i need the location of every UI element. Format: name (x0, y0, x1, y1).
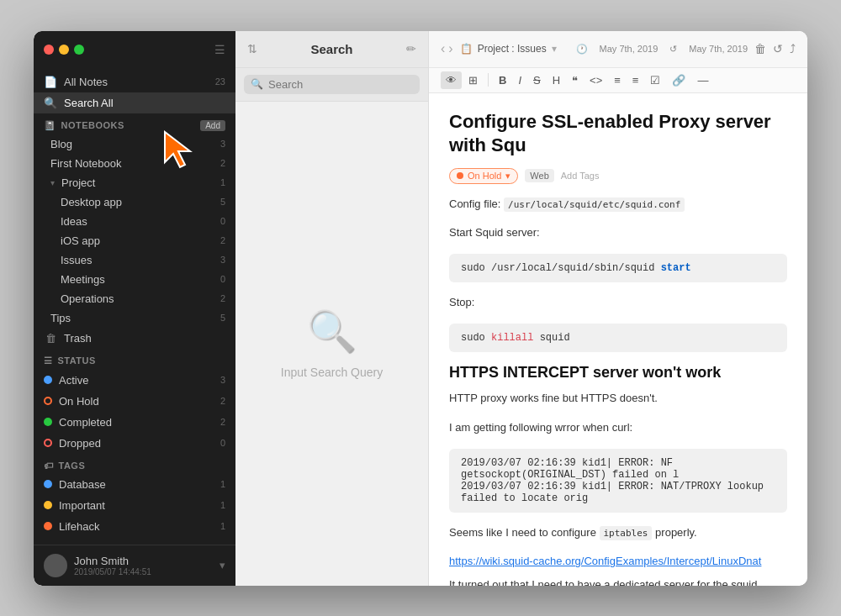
add-notebook-button[interactable]: Add (200, 120, 225, 131)
conclusion-text: It turned out that I need to have a dedi… (449, 577, 787, 585)
sidebar-item-all-notes[interactable]: 📄 All Notes 23 (34, 71, 235, 92)
active-status-dot (44, 376, 52, 384)
web-tag-badge[interactable]: Web (525, 169, 553, 182)
search-empty-text: Input Search Query (281, 366, 383, 379)
bold-button[interactable]: B (494, 71, 511, 89)
issues-label: Issues (61, 254, 93, 266)
toolbar-actions: 🗑 ↺ ⤴ (754, 42, 796, 55)
ol-button[interactable]: ≡ (627, 71, 644, 89)
sidebar-item-first-notebook[interactable]: First Notebook 2 (34, 154, 235, 173)
user-date: 2019/05/07 14:44:51 (74, 567, 151, 577)
heading-button[interactable]: H (547, 71, 565, 89)
format-bar: 👁 ⊞ B I S H ❝ <> ≡ ≡ ☑ 🔗 — (429, 68, 807, 93)
search-input-inner[interactable]: 🔍 (244, 75, 420, 94)
created-date-icon: 🕐 (576, 44, 588, 55)
edit-icon[interactable]: ✏ (406, 42, 416, 55)
delete-icon[interactable]: 🗑 (754, 42, 766, 55)
status-badge-dot (457, 172, 463, 179)
close-button[interactable] (44, 45, 54, 55)
sidebar-item-on-hold[interactable]: On Hold 2 (34, 391, 235, 412)
status-badge[interactable]: On Hold ▾ (449, 168, 518, 184)
sidebar-item-ios-app[interactable]: iOS app 2 (34, 231, 235, 250)
sidebar-item-tips[interactable]: Tips 5 (34, 308, 235, 328)
split-view-button[interactable]: ⊞ (463, 71, 483, 89)
sidebar: ☰ 📄 All Notes 23 🔍 Search All 📓 Notebook… (34, 31, 235, 586)
breadcrumb-chevron-icon: ▾ (552, 43, 557, 55)
collapse-arrow-icon: ▾ (50, 178, 55, 187)
sidebar-item-meetings[interactable]: Meetings 0 (34, 270, 235, 289)
notebook-icon: 📓 (44, 120, 56, 131)
ideas-label: Ideas (61, 215, 87, 228)
sidebar-item-dropped[interactable]: Dropped 0 (34, 433, 235, 454)
sidebar-item-search-all[interactable]: 🔍 Search All (34, 92, 235, 113)
quote-button[interactable]: ❝ (567, 71, 583, 89)
checkbox-button[interactable]: ☑ (645, 71, 665, 89)
italic-button[interactable]: I (513, 71, 526, 89)
sidebar-item-operations[interactable]: Operations 2 (34, 289, 235, 308)
breadcrumb-text: Project : Issues (478, 43, 547, 55)
sidebar-item-database[interactable]: Database 1 (34, 474, 235, 495)
important-label: Important (59, 499, 105, 512)
sidebar-item-ideas[interactable]: Ideas 0 (34, 212, 235, 231)
sidebar-nav: 📄 All Notes 23 🔍 Search All 📓 Notebooks … (34, 68, 235, 545)
important-tag-dot (44, 501, 52, 509)
all-notes-count: 23 (215, 76, 225, 87)
tags-section-header: 🏷 Tags (34, 454, 235, 474)
user-chevron-icon[interactable]: ▾ (220, 559, 225, 571)
search-empty-state: 🔍 Input Search Query (235, 102, 428, 586)
traffic-lights (44, 45, 84, 55)
minimize-button[interactable] (59, 45, 69, 55)
note-tags: On Hold ▾ Web Add Tags (449, 168, 787, 184)
maximize-button[interactable] (74, 45, 84, 55)
search-panel-header: ⇅ Search ✏ (235, 31, 428, 68)
lifehack-label: Lifehack (59, 520, 99, 533)
notebooks-label: Notebooks (61, 120, 124, 130)
error-code-block: 2019/03/07 02:16:39 kid1| ERROR: NF gets… (449, 449, 787, 513)
user-avatar (44, 554, 67, 577)
notes-icon: 📄 (44, 76, 57, 88)
hr-button[interactable]: — (692, 71, 713, 89)
sidebar-item-completed[interactable]: Completed 2 (34, 412, 235, 433)
sidebar-item-blog[interactable]: Blog 3 (34, 134, 235, 154)
app-window: ☰ 📄 All Notes 23 🔍 Search All 📓 Notebook… (34, 31, 807, 586)
sidebar-item-issues[interactable]: Issues 3 (34, 250, 235, 270)
sidebar-item-desktop-app[interactable]: Desktop app 5 (34, 192, 235, 212)
trash-label: Trash (64, 332, 92, 345)
status-icon: ☰ (44, 355, 53, 366)
toolbar-dates: 🕐 May 7th, 2019 ↺ May 7th, 2019 (576, 44, 748, 55)
sidebar-item-lifehack[interactable]: Lifehack 1 (34, 516, 235, 537)
ios-app-label: iOS app (61, 234, 100, 247)
hamburger-icon[interactable]: ☰ (214, 43, 225, 56)
sidebar-item-active[interactable]: Active 3 (34, 370, 235, 391)
completed-status-dot (44, 418, 52, 426)
dropped-label: Dropped (59, 437, 101, 450)
start-squid-label: Start Squid server: (449, 224, 787, 242)
trash-icon: 🗑 (44, 332, 57, 345)
history-icon[interactable]: ↺ (773, 42, 783, 55)
search-input[interactable] (268, 78, 413, 91)
sort-icon[interactable]: ⇅ (247, 42, 257, 55)
preview-button[interactable]: 👁 (441, 71, 462, 89)
squid-link[interactable]: https://wiki.squid-cache.org/ConfigExamp… (449, 555, 761, 567)
ul-button[interactable]: ≡ (609, 71, 626, 89)
search-icon: 🔍 (251, 78, 263, 90)
back-icon[interactable]: ‹ (441, 41, 445, 56)
add-tags-button[interactable]: Add Tags (561, 171, 600, 181)
strikethrough-button[interactable]: S (528, 71, 546, 89)
user-bar[interactable]: John Smith 2019/05/07 14:44:51 ▾ (34, 545, 235, 586)
completed-label: Completed (59, 416, 112, 429)
status-badge-chevron-icon: ▾ (505, 171, 510, 182)
link-button[interactable]: 🔗 (667, 71, 690, 89)
forward-icon[interactable]: › (448, 41, 452, 56)
tags-label: Tags (59, 461, 86, 471)
sidebar-item-trash[interactable]: 🗑 Trash (34, 328, 235, 349)
user-name: John Smith (74, 555, 151, 567)
sidebar-item-important[interactable]: Important 1 (34, 495, 235, 516)
code-button[interactable]: <> (584, 71, 607, 89)
search-panel-title: Search (310, 42, 352, 56)
sidebar-item-project[interactable]: ▾ Project 1 (34, 173, 235, 192)
https-desc-1: HTTP proxy works fine but HTTPS doesn't. (449, 390, 787, 408)
share-icon[interactable]: ⤴ (790, 42, 796, 55)
iptables-note: Seems like I need to configure iptables … (449, 524, 787, 542)
created-date: May 7th, 2019 (600, 44, 659, 54)
